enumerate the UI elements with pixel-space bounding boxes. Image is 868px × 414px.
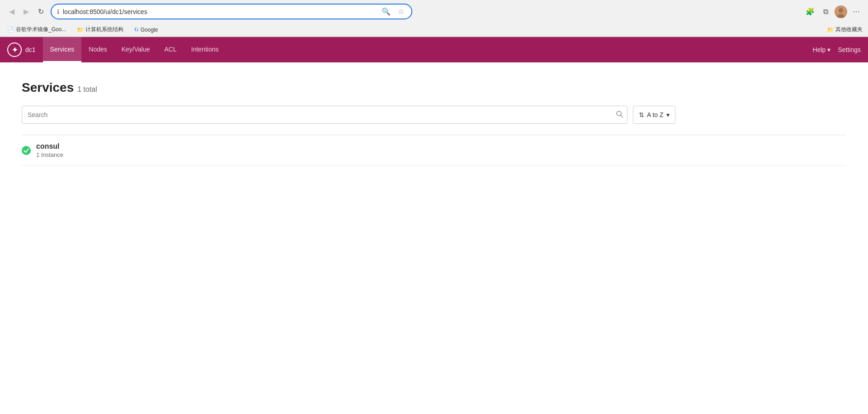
check-icon — [23, 147, 29, 154]
app-nav: ✦ dc1 Services Nodes Key/Value ACL Inten… — [0, 37, 868, 62]
settings-button[interactable]: Settings — [838, 46, 861, 53]
service-name: consul — [36, 142, 63, 151]
nav-item-acl[interactable]: ACL — [157, 37, 184, 62]
bookmark-label-0: 谷歌学术镜像_Goo... — [16, 26, 66, 33]
search-sort-row: ⇅ A to Z ▾ — [22, 106, 846, 124]
search-input[interactable] — [22, 106, 627, 124]
reload-button[interactable]: ↻ — [34, 5, 47, 18]
more-button[interactable]: ⋯ — [850, 5, 863, 18]
search-icon-button[interactable] — [616, 110, 623, 119]
nav-item-services[interactable]: Services — [43, 37, 82, 62]
bookmark-item-0[interactable]: 📄 谷歌学术镜像_Goo... — [5, 25, 68, 34]
search-container — [22, 106, 627, 124]
nav-right: Help ▾ Settings — [813, 46, 861, 53]
info-icon: ℹ — [57, 8, 59, 15]
page-title: Services — [22, 80, 74, 95]
sort-label: A to Z — [647, 111, 664, 118]
bookmark-item-1[interactable]: 📁 计算机系统结构 — [75, 25, 125, 34]
bookmarks-bar: 📄 谷歌学术镜像_Goo... 📁 计算机系统结构 G Google 📁 其他收… — [0, 23, 868, 37]
help-button[interactable]: Help ▾ — [813, 46, 831, 53]
svg-line-4 — [621, 115, 623, 117]
nav-buttons: ◀ ▶ ↻ — [5, 5, 47, 18]
svg-point-1 — [839, 8, 843, 13]
profile-button[interactable] — [835, 5, 847, 18]
browser-chrome: ◀ ▶ ↻ ℹ 🔍 ☆ 🧩 ⧉ ⋯ 📄 谷歌学术镜像_Go — [0, 0, 868, 37]
browser-toolbar-right: 🧩 ⧉ ⋯ — [804, 5, 863, 18]
bookmarks-other-icon: 📁 — [827, 27, 834, 33]
service-instances: 1 Instance — [36, 151, 63, 158]
address-input[interactable] — [63, 8, 376, 15]
bookmark-icon-2: G — [134, 26, 138, 33]
nav-item-intentions[interactable]: Intentions — [184, 37, 226, 62]
bookmark-icon-0: 📄 — [7, 27, 14, 33]
bookmark-icon-1: 📁 — [77, 27, 84, 33]
service-list: consul 1 Instance — [22, 135, 846, 166]
sort-button[interactable]: ⇅ A to Z ▾ — [633, 106, 675, 124]
address-bar[interactable]: ℹ 🔍 ☆ — [51, 4, 412, 19]
sort-chevron-icon: ▾ — [666, 111, 670, 118]
dc-label: dc1 — [25, 46, 36, 53]
sort-icon: ⇅ — [639, 111, 644, 118]
address-search-icon[interactable]: 🔍 — [380, 6, 392, 17]
service-status-icon — [22, 146, 31, 155]
page-header: Services 1 total — [22, 80, 846, 95]
tab-manager-button[interactable]: ⧉ — [819, 5, 832, 18]
page-count: 1 total — [77, 85, 97, 94]
back-button[interactable]: ◀ — [5, 5, 18, 18]
table-row[interactable]: consul 1 Instance — [22, 135, 846, 166]
extensions-button[interactable]: 🧩 — [804, 5, 816, 18]
bookmarks-other[interactable]: 📁 其他收藏夹 — [827, 26, 863, 33]
nav-items: Services Nodes Key/Value ACL Intentions — [43, 37, 813, 62]
service-info: consul 1 Instance — [36, 142, 63, 158]
address-star-icon[interactable]: ☆ — [396, 6, 406, 17]
forward-button[interactable]: ▶ — [20, 5, 33, 18]
browser-toolbar: ◀ ▶ ↻ ℹ 🔍 ☆ 🧩 ⧉ ⋯ — [0, 0, 868, 23]
consul-logo-icon: ✦ — [7, 42, 22, 57]
bookmark-label-1: 计算机系统结构 — [85, 26, 123, 33]
bookmarks-other-label: 其他收藏夹 — [835, 26, 863, 33]
help-label: Help — [813, 46, 826, 53]
nav-item-nodes[interactable]: Nodes — [81, 37, 114, 62]
main-content: Services 1 total ⇅ A to Z ▾ — [0, 62, 868, 414]
bookmark-label-2: Google — [141, 27, 158, 33]
nav-item-keyvalue[interactable]: Key/Value — [114, 37, 157, 62]
app-logo: ✦ dc1 — [7, 42, 36, 57]
bookmark-item-2[interactable]: G Google — [132, 25, 160, 34]
avatar-image — [835, 5, 847, 18]
help-chevron-icon: ▾ — [827, 46, 830, 53]
search-icon — [616, 110, 623, 118]
